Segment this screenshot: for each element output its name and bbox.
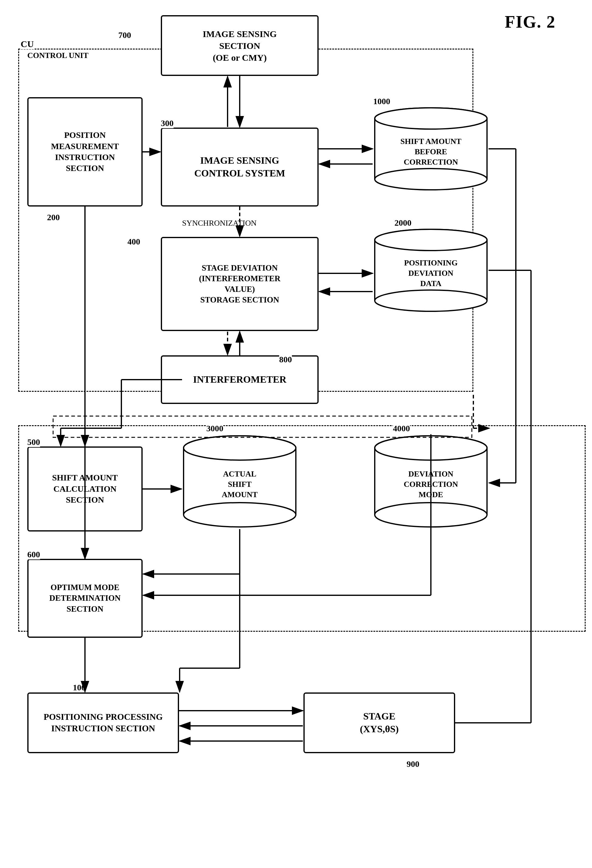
ref-2000: 2000 <box>395 218 411 228</box>
ref-1000: 1000 <box>373 97 390 106</box>
positioning-deviation-label: POSITIONINGDEVIATIONDATA <box>401 255 461 292</box>
ref-700: 700 <box>118 30 131 40</box>
position-measurement-label: POSITIONMEASUREMENTINSTRUCTIONSECTION <box>51 130 119 174</box>
positioning-processing-box: POSITIONING PROCESSINGINSTRUCTION SECTIO… <box>27 692 179 753</box>
svg-point-23 <box>375 436 487 460</box>
optimum-mode-label: OPTIMUM MODEDETERMINATIONSECTION <box>49 582 121 614</box>
positioning-processing-label: POSITIONING PROCESSINGINSTRUCTION SECTIO… <box>44 711 163 734</box>
image-sensing-section-label: IMAGE SENSINGSECTION(OE or CMY) <box>203 28 277 63</box>
shift-amount-calc-box: SHIFT AMOUNTCALCULATIONSECTION <box>27 446 143 531</box>
ref-400: 400 <box>127 237 140 247</box>
svg-point-22 <box>375 503 487 527</box>
stage-deviation-box: STAGE DEVIATION(INTERFEROMETERVALUE)STOR… <box>161 237 319 331</box>
interferometer-box: INTERFEROMETER <box>161 355 319 404</box>
stage-label: STAGE(XYS,θS) <box>360 710 399 735</box>
interferometer-label: INTERFEROMETER <box>193 373 286 386</box>
image-sensing-section-box: IMAGE SENSINGSECTION(OE or CMY) <box>161 15 319 76</box>
actual-shift-label: ACTUALSHIFTAMOUNT <box>219 466 261 503</box>
svg-point-5 <box>375 108 487 129</box>
svg-point-4 <box>375 168 487 190</box>
deviation-correction-label: DEVIATIONCORRECTIONMODE <box>401 466 461 503</box>
ref-500: 500 <box>27 437 40 447</box>
ref-300: 300 <box>161 118 174 128</box>
sync-label: SYNCHRONIZATION <box>182 218 257 228</box>
image-sensing-control-box: IMAGE SENSINGCONTROL SYSTEM <box>161 128 319 207</box>
svg-point-10 <box>375 290 487 311</box>
ref-3000: 3000 <box>206 424 223 433</box>
fig-title: FIG. 2 <box>505 12 555 32</box>
ref-100: 100 <box>73 683 85 692</box>
cu-label: CU <box>21 39 34 49</box>
ref-4000: 4000 <box>393 424 410 433</box>
deviation-correction-cyl: DEVIATIONCORRECTIONMODE <box>373 434 489 528</box>
shift-amount-calc-label: SHIFT AMOUNTCALCULATIONSECTION <box>52 472 118 505</box>
stage-deviation-label: STAGE DEVIATION(INTERFEROMETERVALUE)STOR… <box>199 263 281 305</box>
stage-box: STAGE(XYS,θS) <box>303 692 455 753</box>
svg-point-11 <box>375 229 487 251</box>
shift-before-correction-label: SHIFT AMOUNTBEFORECORRECTION <box>397 133 464 170</box>
ref-800: 800 <box>279 355 292 365</box>
positioning-deviation-cyl: POSITIONINGDEVIATIONDATA <box>373 228 489 313</box>
ref-200: 200 <box>47 213 60 222</box>
shift-before-correction-cyl: SHIFT AMOUNTBEFORECORRECTION <box>373 106 489 191</box>
svg-point-16 <box>184 503 296 527</box>
actual-shift-cyl: ACTUALSHIFTAMOUNT <box>182 434 297 528</box>
position-measurement-box: POSITIONMEASUREMENTINSTRUCTIONSECTION <box>27 97 143 207</box>
diagram: FIG. 2 CONTROL UNIT CU IMAGE SENSINGSECT… <box>0 0 592 868</box>
svg-point-17 <box>184 436 296 460</box>
optimum-mode-box: OPTIMUM MODEDETERMINATIONSECTION <box>27 559 143 638</box>
ref-600: 600 <box>27 550 40 559</box>
control-unit-label: CONTROL UNIT <box>27 51 88 60</box>
ref-900: 900 <box>406 759 419 769</box>
image-sensing-control-label: IMAGE SENSINGCONTROL SYSTEM <box>194 154 285 180</box>
